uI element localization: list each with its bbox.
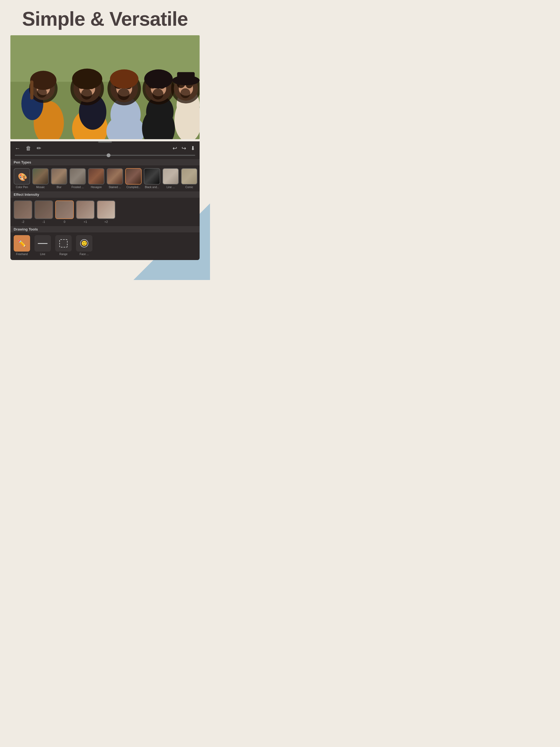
pen-label-stained: Stained ...: [108, 186, 121, 189]
pen-label-blur: Blur: [57, 186, 61, 189]
effect-thumb-img-plus2: [97, 201, 115, 218]
effect-label-zero: 0: [64, 220, 65, 223]
svg-rect-38: [30, 80, 33, 100]
pen-label-hexagon: Hexagon: [91, 186, 102, 189]
svg-point-22: [118, 88, 130, 100]
photo-scene: [10, 35, 200, 139]
pen-label-black-and: Black and...: [145, 186, 159, 189]
face-tool-icon: 🙂: [80, 239, 88, 248]
app-panel: ← 🗑 ✏ ↩ ↪ ⬇ Pen Types: [10, 141, 200, 260]
pen-thumb-hexagon: [88, 168, 104, 185]
pen-thumb-img-comic: [182, 169, 197, 184]
effect-thumb-img-plus1: [77, 201, 94, 218]
pen-types-row: 🎨 Color Pen Mosaic: [10, 165, 200, 191]
pen-thumb-img-mosaic: [33, 169, 48, 184]
svg-point-37: [30, 71, 56, 90]
tool-item-face[interactable]: 🙂 Face ...: [76, 235, 93, 256]
toolbar-left: ← 🗑 ✏: [15, 145, 41, 152]
pen-thumb-img-black: [144, 169, 160, 184]
effect-intensity-row: -2 -1 0: [10, 198, 200, 226]
tool-icon-box-face: 🙂: [76, 235, 93, 252]
color-pen-icon-box: 🎨: [14, 169, 30, 185]
effect-thumb-plus1: [76, 200, 95, 219]
pen-item-comic[interactable]: Comic: [181, 168, 198, 189]
pen-item-color-pen[interactable]: 🎨 Color Pen: [14, 168, 30, 189]
slider-thumb[interactable]: [107, 153, 110, 157]
effect-thumb-img-zero: [56, 201, 73, 218]
effect-thumb-img-minus2: [14, 201, 32, 218]
pen-thumb-blur: [51, 168, 67, 185]
line-tool-icon: [38, 243, 48, 244]
pen-item-line-sketch[interactable]: Line ...: [162, 168, 179, 189]
pen-thumb-frosted: [70, 168, 86, 185]
delete-button[interactable]: 🗑: [26, 145, 31, 152]
effect-label-minus1: -1: [42, 220, 45, 223]
effect-thumb-minus1: [34, 200, 53, 219]
redo-button[interactable]: ↪: [182, 145, 186, 152]
tool-item-line-tool[interactable]: Line: [34, 235, 51, 256]
pen-item-hexagon[interactable]: Hexagon: [88, 168, 104, 189]
pen-label-mosaic: Mosaic: [36, 186, 45, 189]
tool-icon-box-freehand: ✏️: [14, 235, 30, 252]
palette-icon: 🎨: [18, 173, 27, 182]
page-wrapper: Simple & Versatile: [0, 0, 210, 280]
pen-label-line-sketch: Line ...: [167, 186, 175, 189]
pen-thumb-comic: [181, 168, 198, 185]
tool-label-face: Face ...: [80, 253, 88, 256]
effect-item-minus1[interactable]: -1: [34, 200, 53, 223]
eraser-button[interactable]: ✏: [36, 145, 41, 152]
drawing-tools-section-label: Drawing Tools: [10, 226, 200, 232]
pen-label-color-pen: Color Pen: [16, 186, 28, 189]
effect-item-plus2[interactable]: +2: [97, 200, 116, 223]
brush-size-slider-container: [10, 154, 200, 159]
svg-point-39: [72, 69, 102, 89]
pen-item-frosted[interactable]: Frosted ...: [70, 168, 86, 189]
pen-thumb-img-frosted: [70, 169, 85, 184]
svg-point-36: [180, 88, 190, 98]
effect-thumb-minus2: [14, 200, 32, 219]
pen-thumb-img-stained: [107, 169, 123, 184]
tool-item-range[interactable]: Range: [55, 235, 72, 256]
download-button[interactable]: ⬇: [190, 145, 195, 152]
effect-item-zero[interactable]: 0: [55, 200, 74, 223]
undo-button[interactable]: ↩: [173, 145, 177, 152]
toolbar: ← 🗑 ✏ ↩ ↪ ⬇: [10, 143, 200, 154]
effect-thumb-img-minus1: [35, 201, 52, 218]
pen-label-comic: Comic: [185, 186, 193, 189]
effect-label-minus2: -2: [22, 220, 24, 223]
pen-label-crumpled: Crumpled...: [126, 186, 141, 189]
effect-intensity-section-label: Effect Intensity: [10, 191, 200, 198]
tool-label-range: Range: [59, 253, 67, 256]
effect-label-plus2: +2: [104, 220, 108, 223]
freehand-icon: ✏️: [18, 239, 26, 247]
tool-label-freehand: Freehand: [16, 253, 28, 256]
pen-item-blur[interactable]: Blur: [51, 168, 67, 189]
effect-thumb-plus2: [97, 200, 116, 219]
svg-point-40: [110, 70, 138, 88]
pen-thumb-line-sketch: [162, 168, 179, 185]
main-content: Simple & Versatile: [0, 0, 210, 260]
pen-item-stained[interactable]: Stained ...: [107, 168, 123, 189]
pen-item-black-and[interactable]: Black and...: [144, 168, 160, 189]
slider-track[interactable]: [15, 155, 195, 156]
tool-item-freehand[interactable]: ✏️ Freehand: [14, 235, 30, 256]
pen-thumb-color-pen: 🎨: [14, 168, 30, 185]
tool-label-line: Line: [40, 253, 45, 256]
pen-item-mosaic[interactable]: Mosaic: [32, 168, 49, 189]
pen-types-section-label: Pen Types: [10, 159, 200, 165]
back-button[interactable]: ←: [15, 145, 20, 152]
pen-thumb-black-and: [144, 168, 160, 185]
pen-item-crumpled[interactable]: Crumpled...: [125, 168, 142, 189]
pen-thumb-img-crumpled: [126, 169, 141, 184]
tool-icon-box-line: [34, 235, 51, 252]
pen-thumb-crumpled: [125, 168, 142, 185]
pen-thumb-img-hexagon: [88, 169, 104, 184]
page-title: Simple & Versatile: [0, 0, 210, 35]
slider-fill: [15, 155, 108, 156]
effect-item-plus1[interactable]: +1: [76, 200, 95, 223]
pen-thumb-mosaic: [32, 168, 49, 185]
effect-item-minus2[interactable]: -2: [14, 200, 32, 223]
drawing-tools-row: ✏️ Freehand Line Range: [10, 232, 200, 260]
svg-point-29: [153, 88, 163, 100]
pen-thumb-img-line: [163, 169, 178, 184]
